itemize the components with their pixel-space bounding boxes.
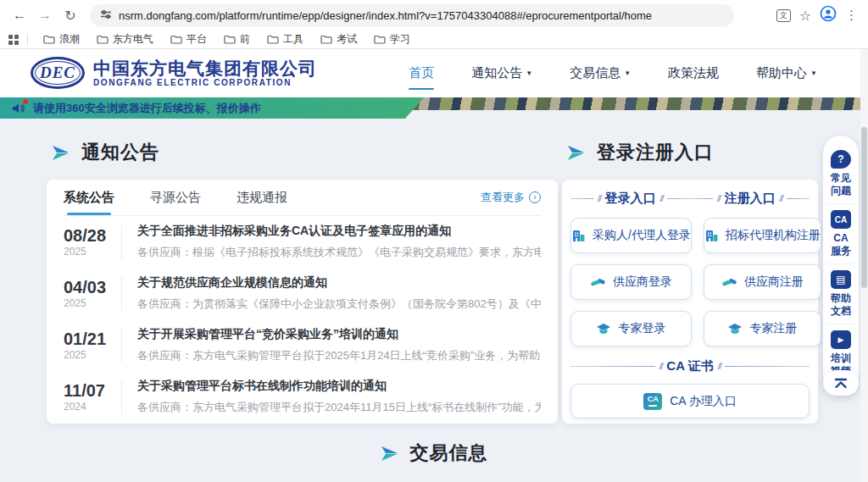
decorative-slashes: // — [660, 194, 664, 203]
notice-list-item[interactable]: 01/21 2025 关于开展采购管理平台“竞价采购业务”培训的通知 各供应商：… — [64, 319, 541, 371]
folder-icon — [170, 35, 182, 44]
bookmark-folder[interactable]: 考试 — [314, 30, 364, 48]
nav-label: 交易信息 — [570, 65, 620, 81]
reload-icon[interactable]: ↻ — [59, 4, 81, 26]
notice-date-year: 2025 — [64, 349, 116, 361]
divider — [121, 224, 122, 259]
translate-icon[interactable]: 文 — [776, 9, 791, 22]
url-text[interactable]: nsrm.dongfang.com/platform/runtime/epp/d… — [119, 9, 652, 22]
login-section-title: 登录注册入口 — [597, 140, 714, 165]
url-bar[interactable]: nsrm.dongfang.com/platform/runtime/epp/d… — [90, 4, 734, 27]
view-more-link[interactable]: 查看更多 › — [481, 190, 541, 205]
tab-system-notices[interactable]: 系统公告 — [64, 180, 114, 215]
bookmark-folder[interactable]: 前 — [217, 30, 257, 48]
notice-list-item[interactable]: 11/07 2024 关于采购管理平台标书在线制作功能培训的通知 各供应商：东方… — [64, 371, 541, 423]
speaker-icon — [12, 102, 25, 114]
forward-icon[interactable]: → — [34, 4, 56, 26]
notice-date-year: 2025 — [64, 297, 116, 309]
notice-title[interactable]: 关于开展采购管理平台“竞价采购业务”培训的通知 — [137, 327, 541, 342]
help-docs-shortcut[interactable]: ▤ 帮助文档 — [826, 263, 855, 324]
agency-register-button[interactable]: 招标代理机构注册 — [704, 218, 821, 253]
bookmark-label: 前 — [240, 32, 250, 47]
nav-notices[interactable]: 通知公告 ▼ — [470, 60, 534, 86]
scrollbar-track[interactable] — [860, 49, 868, 482]
bookmark-folder[interactable]: 东方电气 — [90, 30, 160, 48]
ca-apply-button[interactable]: CA CA 办理入口 — [570, 384, 810, 418]
button-label: 专家注册 — [749, 321, 797, 336]
expert-register-button[interactable]: 专家注册 — [704, 311, 821, 346]
decorative-slashes: // — [718, 362, 721, 371]
bookmark-folder[interactable]: 平台 — [164, 30, 214, 48]
nav-label: 帮助中心 — [756, 65, 807, 81]
tab-violation-reports[interactable]: 违规通报 — [236, 180, 287, 215]
bookmark-folder[interactable]: 浪潮 — [36, 30, 86, 48]
nav-home[interactable]: 首页 — [407, 60, 436, 86]
ca-section-header: // CA 证书 // — [570, 358, 810, 374]
login-entry-label: 登录入口 — [605, 191, 656, 207]
bookmark-folder[interactable]: 学习 — [367, 30, 417, 48]
bookmark-star-icon[interactable]: ☆ — [799, 8, 811, 24]
expert-login-button[interactable]: 专家登录 — [570, 311, 692, 346]
nav-transactions[interactable]: 交易信息 ▼ — [568, 60, 632, 86]
ca-badge-icon: CA — [643, 393, 662, 410]
apps-grid-icon[interactable] — [8, 35, 19, 45]
register-entry-header: // 注册入口 // — [690, 191, 810, 207]
notice-date: 08/28 2025 — [64, 226, 116, 258]
faq-shortcut[interactable]: ? 常见问题 — [826, 144, 855, 203]
notice-tabs: 系统公告 寻源公告 违规通报 查看更多 › — [64, 180, 541, 216]
notice-desc: 各供应商：为贯彻落实《保障中小企业款项支付条例》（国务院令第802号）及《中小企… — [137, 296, 541, 312]
scrollbar-thumb[interactable] — [861, 127, 867, 288]
decorative-slashes: // — [780, 194, 783, 203]
notice-title[interactable]: 关于全面推进非招标采购业务CA认证及电子签章应用的通知 — [137, 224, 541, 239]
ticker-text: 请使用360安全浏览器进行后续投标、报价操作 — [33, 101, 261, 116]
notice-list-item[interactable]: 04/03 2025 关于规范供应商企业规模信息的通知 各供应商：为贯彻落实《保… — [64, 268, 541, 319]
notice-title[interactable]: 关于规范供应商企业规模信息的通知 — [137, 275, 541, 291]
back-icon[interactable]: ← — [8, 4, 31, 26]
folder-icon — [374, 35, 386, 44]
decorative-slashes: // — [659, 362, 663, 371]
graduation-cap-icon — [596, 323, 611, 335]
notice-list-item[interactable]: 08/28 2025 关于全面推进非招标采购业务CA认证及电子签章应用的通知 各… — [64, 216, 541, 268]
decorative-slashes: // — [717, 194, 721, 203]
button-label: 专家登录 — [618, 321, 665, 336]
quick-help-widget: ? 常见问题 CA CA服务 ▤ 帮助文档 ▶ 培训视频 — [823, 136, 859, 392]
back-to-top-button[interactable] — [823, 370, 859, 396]
nav-label: 首页 — [409, 65, 434, 81]
ca-button-label: CA 办理入口 — [670, 394, 737, 409]
video-play-icon: ▶ — [831, 330, 851, 349]
question-icon: ? — [831, 150, 851, 169]
purchaser-login-button[interactable]: 采购人/代理人登录 — [570, 218, 692, 253]
tab-sourcing-notices[interactable]: 寻源公告 — [150, 180, 201, 215]
notice-desc: 各供应商：东方电气采购管理平台拟于2024年11月15日上线“标书在线制作”功能… — [137, 400, 541, 415]
ca-service-shortcut[interactable]: CA CA服务 — [826, 203, 855, 263]
decorative-slashes: // — [598, 194, 601, 203]
chevron-down-icon: ▼ — [526, 69, 532, 77]
notice-date: 04/03 2025 — [64, 278, 116, 309]
browser-toolbar: ← → ↻ nsrm.dongfang.com/platform/runtime… — [0, 0, 868, 30]
company-logo[interactable]: DEC 中国东方电气集团有限公司 DONGFANG ELECTRIC CORPO… — [31, 57, 317, 89]
hero-banner-image — [407, 97, 868, 110]
button-label: 招标代理机构注册 — [726, 228, 821, 243]
bookmark-folder[interactable]: 工具 — [260, 30, 310, 48]
ca-badge-text: CA — [648, 396, 659, 403]
bookmarks-bar: 浪潮 东方电气 平台 前 工具 考试 学习 — [0, 30, 868, 49]
nav-help-center[interactable]: 帮助中心 ▼ — [754, 60, 819, 86]
nav-policies[interactable]: 政策法规 — [666, 60, 721, 86]
view-more-label: 查看更多 — [481, 190, 525, 205]
register-entry-label: 注册入口 — [725, 191, 776, 207]
login-entry-header: // 登录入口 // — [570, 191, 690, 207]
bookmark-label: 学习 — [390, 32, 410, 47]
notice-title[interactable]: 关于采购管理平台标书在线制作功能培训的通知 — [137, 379, 541, 394]
chrome-menu-icon[interactable]: ⋮ — [845, 8, 858, 23]
supplier-register-button[interactable]: 供应商注册 — [704, 264, 821, 300]
supplier-login-button[interactable]: 供应商登录 — [570, 264, 692, 300]
chevron-down-icon: ▼ — [624, 69, 631, 77]
notice-date-year: 2024 — [64, 401, 116, 413]
nav-label: 通知公告 — [471, 65, 522, 81]
notice-date-md: 11/07 — [64, 381, 116, 401]
profile-avatar-icon[interactable] — [820, 5, 837, 25]
handshake-icon — [721, 276, 737, 289]
folder-icon — [43, 35, 55, 44]
faq-label: 常见问题 — [830, 172, 852, 197]
site-settings-icon[interactable] — [100, 8, 112, 23]
